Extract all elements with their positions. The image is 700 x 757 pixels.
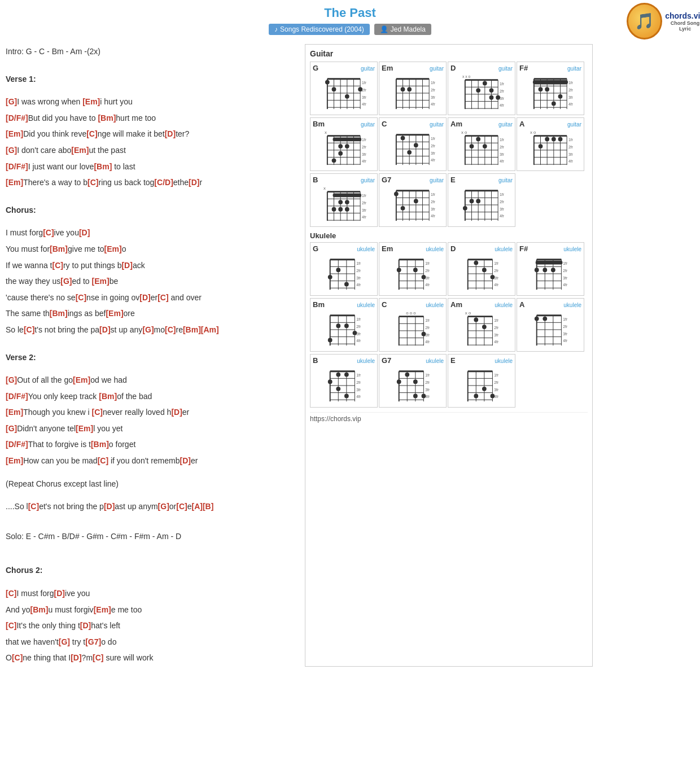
chord-Bm[interactable]: [Bm]	[98, 113, 116, 122]
chord-type-D-ukulele[interactable]: ukulele	[495, 246, 513, 252]
chord-type-G-guitar[interactable]: guitar	[361, 65, 375, 72]
chord-DF#[interactable]: [D/F#]	[6, 440, 28, 449]
chord-C[interactable]: [C]	[165, 325, 176, 334]
svg-point-153	[539, 144, 543, 148]
chord-type-E-guitar[interactable]: guitar	[498, 177, 513, 183]
chord-C[interactable]: [C]	[12, 653, 23, 662]
chord-A[interactable]: [A]	[191, 502, 202, 511]
chord-type-B-ukulele[interactable]: ukulele	[357, 358, 375, 364]
chord-C[interactable]: [C]	[24, 325, 34, 334]
chord-type-B-guitar[interactable]: guitar	[361, 177, 375, 183]
chord-D[interactable]: [D]	[180, 456, 191, 465]
chord-Bm[interactable]: [Bm]	[94, 162, 112, 171]
chord-D[interactable]: [D]	[79, 228, 90, 237]
chord-Em[interactable]: [Em]	[94, 605, 111, 614]
chord-Am[interactable]: [Am]	[201, 325, 219, 334]
artist-badge[interactable]: 👤 Jed Madela	[374, 24, 431, 35]
chord-Em[interactable]: [Em]	[6, 129, 23, 138]
chord-type-E-ukulele[interactable]: ukulele	[495, 358, 513, 364]
chord-C[interactable]: [C]	[86, 129, 97, 138]
chord-G[interactable]: [G]	[60, 277, 72, 286]
chord-Em[interactable]: [Em]	[6, 408, 23, 417]
chord-C[interactable]: [C]	[6, 589, 16, 598]
chord-D[interactable]: [D]	[104, 502, 115, 511]
chord-type-G7-ukulele[interactable]: ukulele	[426, 358, 444, 364]
chord-C[interactable]: [C]	[76, 293, 86, 302]
chord-Em[interactable]: [Em]	[106, 309, 123, 318]
chord-type-G7-guitar[interactable]: guitar	[430, 177, 444, 183]
chord-type-Bm-ukulele[interactable]: ukulele	[357, 302, 375, 308]
chord-C[interactable]: [C]	[88, 178, 98, 187]
lyric-line: [G]I was wrong when [Em]i hurt you	[6, 94, 299, 110]
chord-type-F#-guitar[interactable]: guitar	[567, 65, 581, 72]
chord-G[interactable]: [G]	[142, 325, 154, 334]
chord-D[interactable]: [D]	[80, 621, 91, 630]
svg-text:3fr: 3fr	[425, 276, 430, 280]
chord-CD[interactable]: [C/D]	[154, 178, 173, 187]
chord-type-Am-guitar[interactable]: guitar	[498, 121, 513, 128]
chord-type-F#-ukulele[interactable]: ukulele	[563, 246, 581, 252]
chord-Bm[interactable]: [Bm]	[50, 244, 68, 253]
chord-D[interactable]: [D]	[54, 589, 65, 598]
chord-C[interactable]: [C]	[6, 621, 16, 630]
lyric-line: [G]Out of all the go[Em]od we had	[6, 373, 299, 388]
chord-Bm[interactable]: [Bm]	[99, 392, 117, 401]
chord-Em[interactable]: [Em]	[73, 375, 90, 384]
chord-type-Bm-guitar[interactable]: guitar	[361, 121, 375, 128]
chord-D[interactable]: [D]	[189, 178, 199, 187]
svg-text:1fr: 1fr	[362, 138, 367, 142]
chord-C[interactable]: [C]	[98, 456, 108, 465]
chord-DF#[interactable]: [D/F#]	[6, 113, 28, 122]
chord-type-Em-ukulele[interactable]: ukulele	[426, 246, 444, 252]
chord-Bm[interactable]: [Bm]	[30, 605, 49, 614]
chord-D[interactable]: [D]	[165, 129, 176, 138]
chord-B[interactable]: [B]	[203, 502, 213, 511]
chord-Em[interactable]: [Em]	[71, 146, 89, 155]
chord-DF#[interactable]: [D/F#]	[6, 392, 28, 401]
chord-type-A-ukulele[interactable]: ukulele	[563, 302, 581, 308]
chord-Bm[interactable]: [Bm]	[50, 309, 68, 318]
chord-DF#[interactable]: [D/F#]	[6, 162, 28, 171]
chord-C[interactable]: [C]	[93, 653, 103, 662]
chord-Bm[interactable]: [Bm]	[183, 325, 201, 334]
verse2-label: Verse 2:	[6, 350, 299, 365]
chord-Em[interactable]: [Em]	[6, 178, 23, 187]
chord-D[interactable]: [D]	[171, 408, 182, 417]
chord-type-D-guitar[interactable]: guitar	[498, 65, 513, 72]
chord-G[interactable]: [G]	[59, 637, 70, 646]
svg-point-375	[422, 394, 426, 399]
chord-Em[interactable]: [Em]	[104, 244, 122, 253]
chord-type-Em-guitar[interactable]: guitar	[430, 65, 444, 72]
chord-D[interactable]: [D]	[71, 653, 81, 662]
chord-G7[interactable]: [G7]	[85, 637, 101, 646]
chord-type-Am-ukulele[interactable]: ukulele	[495, 302, 513, 308]
chord-C[interactable]: [C]	[176, 502, 187, 511]
chord-type-A-guitar[interactable]: guitar	[567, 121, 581, 128]
chord-diagram-G7-ukulele: 1fr 2fr 3fr 4fr	[382, 366, 444, 404]
chord-C[interactable]: [C]	[53, 261, 63, 270]
svg-point-373	[405, 373, 409, 377]
chord-Em[interactable]: [Em]	[82, 97, 100, 106]
svg-text:1fr: 1fr	[425, 261, 430, 265]
chord-G[interactable]: [G]	[6, 97, 17, 106]
chord-C[interactable]: [C]	[43, 228, 54, 237]
chord-D[interactable]: [D]	[99, 325, 110, 334]
chord-G[interactable]: [G]	[6, 424, 17, 433]
chord-C[interactable]: [C]	[92, 408, 103, 417]
chord-G[interactable]: [G]	[158, 502, 169, 511]
chord-Em[interactable]: [Em]	[6, 456, 23, 465]
chord-C[interactable]: [C]	[28, 502, 39, 511]
chord-D[interactable]: [D]	[121, 261, 132, 270]
chord-box-F#-guitar: F# guitar 1	[517, 62, 584, 115]
chord-type-C-ukulele[interactable]: ukulele	[426, 302, 444, 308]
chord-C[interactable]: [C]	[158, 293, 168, 302]
album-badge[interactable]: ♪ Songs Rediscovered (2004)	[269, 24, 370, 35]
chord-Em[interactable]: [Em]	[92, 277, 110, 286]
chord-G[interactable]: [G]	[6, 375, 17, 384]
chord-D[interactable]: [D]	[139, 293, 150, 302]
chord-Em[interactable]: [Em]	[76, 424, 93, 433]
chord-Bm[interactable]: [Bm]	[91, 440, 109, 449]
chord-type-G-ukulele[interactable]: ukulele	[357, 246, 375, 252]
chord-G[interactable]: [G]	[6, 146, 17, 155]
chord-type-C-guitar[interactable]: guitar	[430, 121, 444, 128]
